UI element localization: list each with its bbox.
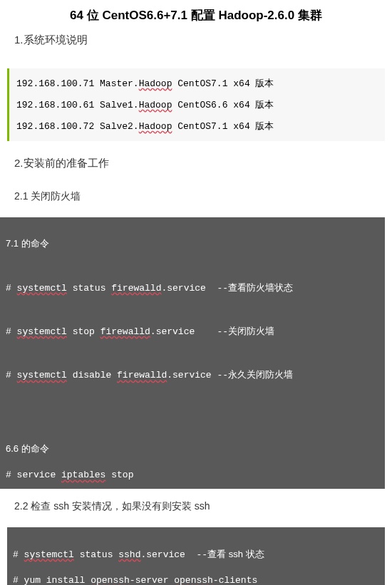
code-caption: 6.6 的命令 — [6, 443, 49, 454]
section-heading-2: 2.安装前的准备工作 — [0, 147, 392, 176]
host-list: 192.168.100.71 Master.Hadoop CentOS7.1 x… — [7, 68, 385, 141]
host-os-ch: 版本 — [255, 99, 274, 110]
host-name-prefix: Salve1. — [100, 100, 139, 110]
section-heading-1: 1.系统环境说明 — [0, 29, 392, 53]
host-os: CentOS7.1 x64 — [177, 121, 255, 132]
host-name-prefix: Master. — [100, 78, 139, 89]
host-os-ch: 版本 — [255, 120, 274, 131]
host-ip: 192.168.100.72 — [16, 121, 94, 132]
host-os: CentOS6.6 x64 — [177, 100, 255, 110]
host-name-squiggly: Hadoop — [139, 100, 172, 110]
host-item: 192.168.100.61 Salve1.Hadoop CentOS6.6 x… — [16, 94, 385, 115]
host-ip: 192.168.100.71 — [16, 78, 94, 89]
code-line: # service iptables stop — [6, 470, 133, 480]
host-ip: 192.168.100.61 — [16, 100, 94, 110]
host-name-squiggly: Hadoop — [139, 78, 172, 89]
code-line: # yum install openssh-server openssh-cli… — [13, 575, 257, 585]
host-item: 192.168.100.72 Salve2.Hadoop CentOS7.1 x… — [16, 115, 385, 137]
code-line: # systemctl disable firewalld.service --… — [6, 370, 293, 380]
sub-heading-2-2: 2.2 检查 ssh 安装情况，如果没有则安装 ssh — [0, 489, 392, 519]
code-line: # systemctl status sshd.service --查看 ssh… — [13, 549, 264, 560]
host-os-ch: 版本 — [255, 78, 274, 88]
host-os: CentOS7.1 x64 — [177, 78, 255, 89]
code-block-firewall: 7.1 的命令 # systemctl status firewalld.ser… — [0, 217, 385, 489]
code-caption: 7.1 的命令 — [6, 238, 49, 249]
page-title: 64 位 CentOS6.6+7.1 配置 Hadoop-2.6.0 集群 — [0, 0, 392, 29]
host-name-squiggly: Hadoop — [139, 121, 172, 132]
sub-heading-2-1: 2.1 关闭防火墙 — [0, 176, 392, 209]
code-line: # systemctl stop firewalld.service --关闭防… — [6, 326, 274, 337]
code-block-ssh: # systemctl status sshd.service --查看 ssh… — [7, 527, 385, 585]
code-line: # systemctl status firewalld.service --查… — [6, 283, 293, 294]
host-item: 192.168.100.71 Master.Hadoop CentOS7.1 x… — [16, 73, 385, 94]
host-name-prefix: Salve2. — [100, 121, 139, 132]
